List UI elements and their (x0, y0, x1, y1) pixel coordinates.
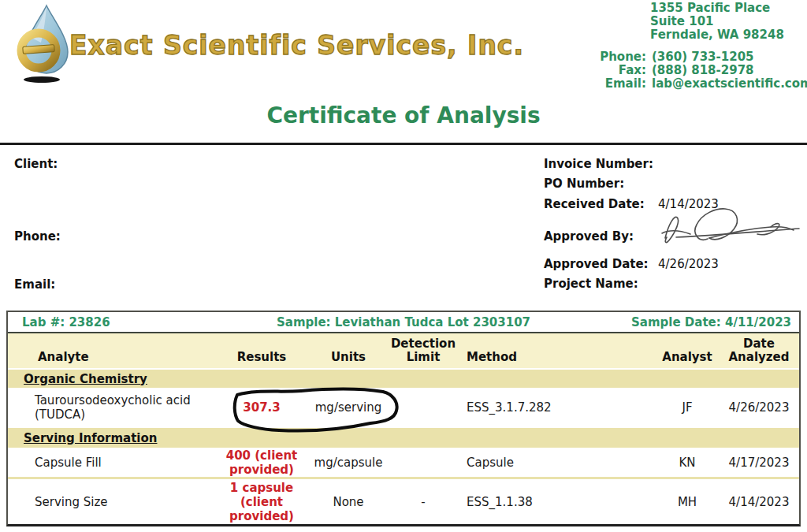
units-value: None (309, 495, 388, 509)
col-header-analyst: Analyst (656, 351, 719, 364)
analyst-value: MH (656, 495, 719, 509)
phone-row: Phone: (360) 733-1205 (544, 50, 807, 64)
sample-name: Sample: Leviathan Tudca Lot 2303107 (277, 315, 530, 329)
detection-limit-line1: Detection (388, 337, 459, 351)
analyte-name: Capsule Fill (8, 456, 214, 470)
col-header-units: Units (309, 351, 388, 364)
col-header-results: Results (214, 351, 309, 364)
company-name: Exact Scientific Services, Inc. (69, 30, 524, 61)
analyst-value: KN (656, 456, 719, 470)
date-analyzed-value: 4/26/2023 (719, 400, 799, 415)
date-analyzed-line1: Date (719, 337, 799, 351)
fax-label: Fax: (544, 64, 646, 77)
analyte-name: Tauroursodeoxycholic acid (TUDCA) (8, 393, 214, 422)
company-address: 1355 Pacific Place Suite 101 Ferndale, W… (650, 2, 784, 42)
po-number-label: PO Number: (544, 177, 624, 191)
client-label: Client: (14, 157, 58, 171)
email-row: Email: lab@exactscientific.com (544, 77, 807, 91)
result-value: 1 capsule (client provided) (214, 481, 309, 523)
date-analyzed-value: 4/14/2023 (719, 495, 799, 509)
method-value: ESS_3.1.7.282 (459, 400, 656, 415)
email-value: lab@exactscientific.com (652, 77, 807, 91)
result-value: 307.3 (214, 400, 309, 415)
approved-by-label: Approved By: (544, 229, 634, 244)
project-name-label: Project Name: (544, 277, 638, 291)
results-table: Lab #: 23826 Sample: Leviathan Tudca Lot… (6, 311, 801, 526)
address-line-1: 1355 Pacific Place (650, 2, 784, 15)
detection-limit-value: - (388, 495, 459, 509)
detection-limit-line2: Limit (388, 351, 459, 364)
section-serving-information-title: Serving Information (24, 431, 157, 445)
result-value: 400 (client provided) (214, 448, 309, 477)
client-email-label: Email: (14, 277, 55, 292)
page-title: Certificate of Analysis (0, 102, 807, 128)
units-value: mg/serving (309, 400, 388, 415)
col-header-date-analyzed: Date Analyzed (719, 337, 799, 364)
approved-by-signature (653, 202, 804, 254)
table-sample-header-row: Lab #: 23826 Sample: Leviathan Tudca Lot… (8, 312, 799, 333)
col-header-detection-limit: Detection Limit (388, 337, 459, 364)
table-row-serving-size: Serving Size 1 capsule (client provided)… (8, 479, 799, 524)
table-row-capsule-fill: Capsule Fill 400 (client provided) mg/ca… (8, 448, 799, 479)
date-analyzed-line2: Analyzed (719, 351, 799, 364)
sample-date: Sample Date: 4/11/2023 (530, 315, 791, 329)
invoice-number-label: Invoice Number: (544, 157, 653, 171)
col-header-analyte: Analyte (8, 351, 214, 364)
fax-value: (888) 818-2978 (652, 64, 754, 77)
company-contacts: Phone: (360) 733-1205 Fax: (888) 818-297… (544, 50, 807, 91)
phone-label: Phone: (544, 50, 646, 64)
email-label: Email: (544, 77, 646, 91)
table-column-headers: Analyte Results Units Detection Limit Me… (8, 333, 799, 368)
col-header-method: Method (459, 351, 656, 364)
table-row-tudca: Tauroursodeoxycholic acid (TUDCA) 307.3 … (8, 388, 799, 426)
section-organic-chemistry: Organic Chemistry (8, 368, 799, 388)
method-value: ESS_1.1.38 (459, 495, 656, 509)
approved-date-label: Approved Date: (544, 257, 649, 271)
units-value: mg/capsule (309, 456, 388, 470)
phone-value: (360) 733-1205 (652, 50, 754, 64)
lab-number: Lab #: 23826 (16, 315, 277, 329)
received-date-label: Received Date: (544, 197, 645, 211)
date-analyzed-value: 4/17/2023 (719, 456, 799, 470)
address-line-3: Ferndale, WA 98248 (650, 28, 784, 42)
client-phone-label: Phone: (14, 229, 61, 244)
address-line-2: Suite 101 (650, 15, 784, 28)
analyte-name: Serving Size (8, 495, 214, 509)
fax-row: Fax: (888) 818-2978 (544, 64, 807, 77)
section-organic-chemistry-title: Organic Chemistry (24, 372, 147, 386)
divider-rule (0, 143, 807, 145)
section-serving-information: Serving Information (8, 426, 799, 448)
analyst-value: JF (656, 400, 719, 415)
certificate-of-analysis-page: Exact Scientific Services, Inc. 1355 Pac… (0, 0, 807, 532)
approved-date-value: 4/26/2023 (658, 257, 719, 271)
method-value: Capsule (459, 456, 656, 470)
